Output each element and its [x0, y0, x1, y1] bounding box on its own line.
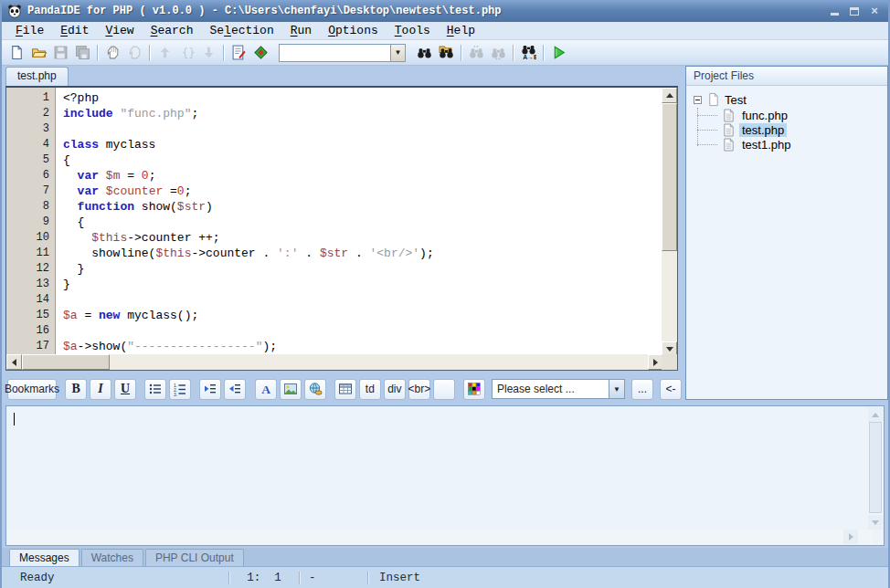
- tab-php-cli-output[interactable]: PHP CLI Output: [145, 549, 244, 566]
- blank-button[interactable]: [433, 379, 455, 400]
- italic-button[interactable]: I: [90, 379, 111, 400]
- underline-button[interactable]: U: [114, 379, 136, 400]
- close-button[interactable]: ×: [868, 5, 881, 16]
- div-button[interactable]: div: [384, 379, 406, 400]
- menu-search[interactable]: Search: [143, 23, 202, 38]
- find-in-files-button[interactable]: [435, 42, 457, 64]
- search-input[interactable]: [279, 44, 390, 62]
- back-button[interactable]: <-: [660, 379, 682, 400]
- tree-item-test-php[interactable]: test.php: [686, 122, 887, 137]
- editor-hscrollbar[interactable]: [6, 354, 663, 370]
- msg-scroll-down-icon[interactable]: [868, 515, 883, 530]
- open-folder-button[interactable]: [27, 42, 49, 64]
- tree-root-test[interactable]: Test: [686, 91, 887, 108]
- run-button[interactable]: [547, 42, 569, 64]
- status-insert-mode: Insert: [368, 572, 420, 584]
- toolbar-separator: [543, 45, 544, 61]
- messages-vscrollbar[interactable]: [868, 407, 883, 530]
- msg-vscroll-thumb[interactable]: [869, 422, 882, 513]
- nav-up-button: [154, 42, 175, 64]
- line-number: 6: [6, 168, 49, 184]
- scroll-up-icon[interactable]: [662, 88, 677, 103]
- style-select-value[interactable]: Please select ...: [492, 379, 609, 399]
- menu-run[interactable]: Run: [282, 23, 320, 38]
- messages-hscrollbar[interactable]: [7, 530, 873, 544]
- code-line: }: [63, 261, 677, 277]
- line-number: 1: [6, 90, 49, 106]
- line-number: 5: [6, 152, 49, 168]
- minimize-button[interactable]: [828, 5, 841, 16]
- insert-table-button[interactable]: [334, 379, 356, 400]
- menu-file[interactable]: File: [7, 23, 52, 38]
- file-name: test1.php: [739, 138, 794, 152]
- tab-watches[interactable]: Watches: [81, 549, 143, 566]
- dropdown-arrow-icon[interactable]: ▼: [609, 379, 625, 399]
- panda-app-icon: [7, 4, 22, 18]
- tree-item-func-php[interactable]: func.php: [686, 108, 887, 122]
- menu-help[interactable]: Help: [439, 23, 483, 38]
- bullet-list-button[interactable]: [144, 379, 166, 400]
- menu-bar: FileEditViewSearchSelectionRunOptionsToo…: [2, 22, 888, 40]
- code-text[interactable]: <?phpinclude "func.php"; class myclass{ …: [56, 88, 677, 370]
- tab-test-php[interactable]: test.php: [5, 67, 69, 86]
- indent-button[interactable]: [199, 379, 221, 400]
- tree-item-test1-php[interactable]: test1.php: [686, 137, 887, 152]
- messages-output-panel[interactable]: [5, 405, 885, 546]
- style-select-combo[interactable]: Please select ...▼: [492, 379, 625, 399]
- insert-image-button[interactable]: [280, 379, 302, 400]
- tree-root-label: Test: [725, 93, 747, 107]
- br-button[interactable]: <br>: [408, 379, 430, 400]
- line-number: 17: [6, 339, 49, 354]
- msg-scroll-up-icon[interactable]: [868, 407, 883, 422]
- vscroll-thumb[interactable]: [662, 103, 677, 251]
- find-button[interactable]: [413, 42, 435, 64]
- menu-edit[interactable]: Edit: [52, 23, 97, 38]
- project-tree: Test func.phptest.phptest1.php: [686, 86, 887, 399]
- code-editor[interactable]: 1234567891011121314151617 <?phpinclude "…: [5, 86, 678, 371]
- toolbar-separator: [513, 45, 514, 61]
- code-line: $a->show("-----------------");: [63, 339, 677, 354]
- title-bar: PandaIDE for PHP ( v1.0.0 ) - C:\Users\c…: [2, 0, 888, 22]
- code-line: }: [63, 277, 677, 292]
- line-number: 14: [6, 292, 49, 308]
- code-line: [63, 323, 677, 339]
- format-doc-button[interactable]: [228, 42, 249, 64]
- scroll-left-icon[interactable]: [6, 354, 22, 370]
- hscroll-thumb[interactable]: [22, 354, 110, 370]
- window-title: PandaIDE for PHP ( v1.0.0 ) - C:\Users\c…: [27, 5, 828, 17]
- main-toolbar: {}▼A→B: [2, 40, 888, 66]
- file-name: test.php: [739, 123, 787, 137]
- insert-link-button[interactable]: [304, 379, 326, 400]
- sync-button[interactable]: [249, 42, 271, 64]
- numbered-list-button[interactable]: 1.2.3.: [169, 379, 191, 400]
- msg-scroll-right-icon[interactable]: [843, 530, 858, 544]
- status-cursor-position: 1: 1: [229, 572, 299, 584]
- menu-tools[interactable]: Tools: [387, 23, 439, 38]
- line-number: 7: [6, 184, 49, 199]
- td-button[interactable]: td: [359, 379, 381, 400]
- text-caret: [14, 413, 15, 425]
- font-color-button[interactable]: A: [255, 379, 277, 400]
- editor-vscrollbar[interactable]: [662, 88, 677, 357]
- project-files-header: Project Files: [686, 67, 887, 86]
- hand-button[interactable]: [101, 42, 123, 64]
- menu-view[interactable]: View: [97, 23, 142, 38]
- bold-button[interactable]: B: [65, 379, 87, 400]
- color-palette-button[interactable]: [463, 379, 485, 400]
- status-selection-info: -: [300, 572, 367, 584]
- tab-messages[interactable]: Messages: [9, 549, 79, 566]
- maximize-button[interactable]: [848, 5, 861, 16]
- collapse-icon[interactable]: [694, 96, 702, 104]
- search-combo[interactable]: ▼: [279, 44, 406, 62]
- save-all-button: [71, 42, 93, 64]
- status-bar: Ready 1: 1 - Insert: [2, 566, 888, 588]
- replace-button[interactable]: A→B: [517, 42, 539, 64]
- dropdown-arrow-icon[interactable]: ▼: [390, 44, 406, 62]
- outdent-button[interactable]: [224, 379, 246, 400]
- menu-selection[interactable]: Selection: [201, 23, 281, 38]
- bookmarks-button[interactable]: Bookmarks: [7, 379, 57, 400]
- new-file-button[interactable]: [5, 42, 27, 64]
- menu-options[interactable]: Options: [320, 23, 387, 38]
- more-button[interactable]: ...: [631, 379, 653, 400]
- line-number: 9: [6, 215, 49, 230]
